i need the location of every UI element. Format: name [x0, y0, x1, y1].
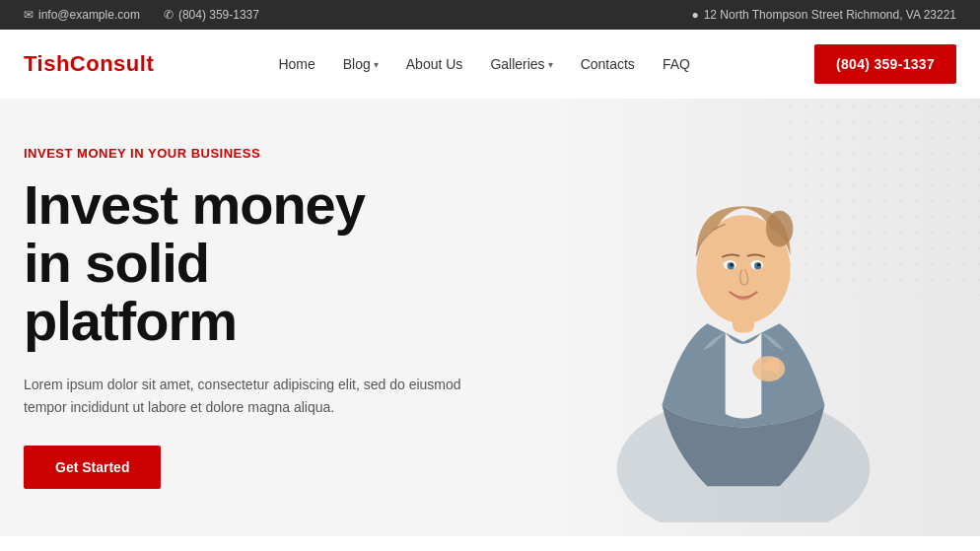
header: TishConsult Home Blog ▾ About Us Galleri… — [0, 30, 980, 99]
nav-galleries[interactable]: Galleries ▾ — [490, 56, 552, 72]
nav-galleries-label: Galleries — [490, 56, 544, 72]
nav-about[interactable]: About Us — [406, 56, 463, 72]
hero-title-line2: in solid — [24, 232, 209, 294]
nav-about-label: About Us — [406, 56, 463, 72]
email-contact[interactable]: ✉ info@example.com — [24, 8, 140, 22]
logo[interactable]: TishConsult — [24, 51, 154, 77]
hero-title: Invest money in solid platform — [24, 176, 497, 350]
nav-contacts[interactable]: Contacts — [581, 56, 635, 72]
email-text: info@example.com — [38, 8, 140, 22]
hero-title-line1: Invest money — [24, 173, 365, 236]
nav-faq[interactable]: FAQ — [663, 56, 690, 72]
nav-blog-label: Blog — [343, 56, 371, 72]
nav-home[interactable]: Home — [278, 56, 315, 72]
svg-point-9 — [757, 263, 761, 267]
svg-point-8 — [730, 263, 734, 267]
address-text: 12 North Thompson Street Richmond, VA 23… — [704, 8, 956, 22]
galleries-chevron-icon: ▾ — [548, 59, 553, 70]
top-bar: ✉ info@example.com ✆ (804) 359-1337 ● 12… — [0, 0, 980, 30]
hero-person-image — [526, 99, 960, 522]
address-contact: ● 12 North Thompson Street Richmond, VA … — [691, 8, 956, 22]
email-icon: ✉ — [24, 8, 34, 22]
blog-chevron-icon: ▾ — [374, 59, 379, 70]
hero-description: Lorem ipsum dolor sit amet, consectetur … — [24, 374, 497, 418]
nav-faq-label: FAQ — [663, 56, 690, 72]
hero-tagline: Invest Money In Your Business — [24, 146, 497, 161]
hero-cta-button[interactable]: Get Started — [24, 446, 161, 489]
hero-image-area — [507, 99, 980, 536]
nav-home-label: Home — [278, 56, 315, 72]
hero-content: Invest Money In Your Business Invest mon… — [0, 99, 521, 536]
phone-text: (804) 359-1337 — [178, 8, 259, 22]
nav-blog[interactable]: Blog ▾ — [343, 56, 379, 72]
phone-contact[interactable]: ✆ (804) 359-1337 — [164, 8, 259, 22]
main-nav: Home Blog ▾ About Us Galleries ▾ Contact… — [278, 56, 690, 72]
nav-contacts-label: Contacts — [581, 56, 635, 72]
top-bar-left: ✉ info@example.com ✆ (804) 359-1337 — [24, 8, 259, 22]
hero-title-line3: platform — [24, 290, 237, 352]
header-cta-button[interactable]: (804) 359-1337 — [814, 44, 956, 84]
location-icon: ● — [691, 8, 698, 22]
phone-icon: ✆ — [164, 8, 174, 22]
hero-section: Invest Money In Your Business Invest mon… — [0, 99, 980, 536]
svg-point-3 — [766, 211, 793, 247]
